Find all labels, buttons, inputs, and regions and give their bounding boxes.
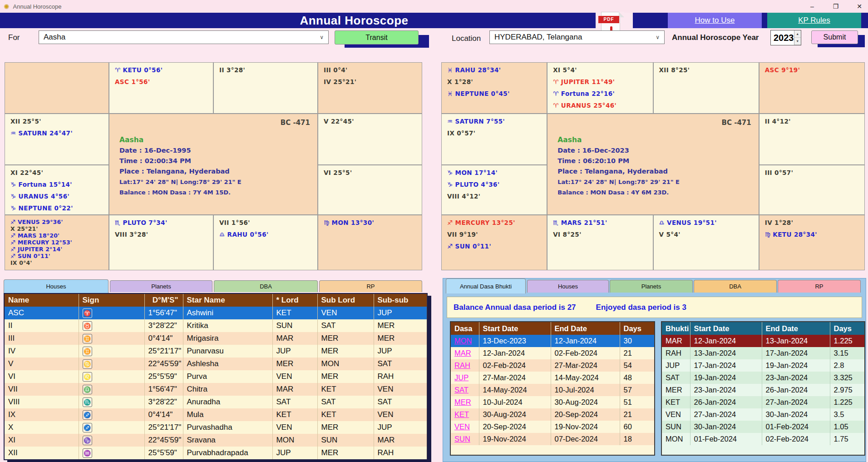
table-row[interactable]: VEN27-Jan-202430-Jan-20243.5 [662, 408, 865, 421]
table-row[interactable]: III♊0°4'14"MrigasiraMARMERMER [5, 332, 427, 345]
tab-dba[interactable]: DBA [214, 280, 318, 292]
tab-dba-right[interactable]: DBA [694, 280, 777, 293]
table-row[interactable]: JUP27-Mar-202414-May-202448 [451, 372, 655, 384]
table-row[interactable]: RAH02-Feb-202427-Mar-202454 [451, 359, 655, 372]
table-row[interactable]: SUN19-Nov-202407-Dec-202418 [451, 433, 655, 445]
col-header: Start Date [479, 322, 551, 335]
table-row[interactable]: SAT14-May-202410-Jul-202457 [451, 384, 655, 396]
table-row[interactable]: VIII♏3°28'22"AnuradhaSATSATSAT [5, 396, 427, 408]
table-row[interactable]: VEN20-Sep-202419-Nov-202460 [451, 421, 655, 433]
cell-start: 13-Jan-2024 [690, 347, 762, 359]
table-row[interactable]: MON13-Dec-202312-Jan-202430 [451, 335, 655, 347]
cell-start: 14-May-2024 [479, 384, 551, 396]
table-row[interactable]: MAR12-Jan-202413-Jan-20241.225 [662, 335, 865, 347]
dasa-link[interactable]: MAR [454, 349, 471, 357]
table-row[interactable]: KET26-Jan-202427-Jan-20241.225 [662, 396, 865, 408]
table-row[interactable]: VII♎1°56'47"ChitraMARKETVEN [5, 383, 427, 396]
cell-days: 2.975 [830, 384, 865, 396]
table-row[interactable]: XI♑22°45'59"SravanaMONSUNMAR [5, 434, 427, 447]
year-value[interactable]: 2023 [771, 30, 794, 45]
cell-name: IV [5, 345, 79, 358]
table-row[interactable]: IX♐0°4'14"MulaKETKETVEN [5, 408, 427, 421]
maximize-icon[interactable]: ❐ [832, 3, 840, 10]
tab-rp-right[interactable]: RP [778, 280, 861, 293]
cell-days: 1.225 [830, 335, 865, 347]
cell-start: 12-Jan-2024 [690, 335, 762, 347]
dasa-link[interactable]: VEN [454, 422, 470, 431]
table-row[interactable]: MON01-Feb-202402-Feb-20241.75 [662, 433, 865, 445]
person-select[interactable]: Aasha ∨ [39, 30, 329, 44]
dasa-link[interactable]: JUP [454, 373, 469, 382]
kp-rules-link[interactable]: KP Rules [767, 13, 861, 28]
tab-annual-dasa-bhukti[interactable]: Annual Dasa Bhukti [446, 278, 526, 293]
table-row[interactable]: KET30-Aug-202420-Sep-202421 [451, 408, 655, 421]
table-row[interactable]: II♉3°28'22"KritikaSUNSATMER [5, 319, 427, 332]
cell-bhukti: VEN [662, 408, 690, 421]
table-row[interactable]: SAT19-Jan-202423-Jan-20243.325 [662, 372, 865, 384]
table-row[interactable]: MER23-Jan-202426-Jan-20242.975 [662, 384, 865, 396]
cell-start: 19-Jan-2024 [690, 372, 762, 384]
cell-start: 30-Jan-2024 [690, 421, 762, 433]
col-header: Dasa [451, 322, 479, 335]
table-row[interactable]: JUP17-Jan-202419-Jan-20242.8 [662, 359, 865, 372]
cell-sign: ♋ [79, 358, 144, 370]
tab-houses[interactable]: Houses [4, 279, 108, 293]
minimize-icon[interactable]: – [808, 3, 816, 10]
location-select[interactable]: HYDERABAD, Telangana ∨ [489, 30, 665, 44]
chart-line: XII 25°5' [10, 117, 106, 126]
cell-end: 12-Jan-2024 [551, 335, 620, 347]
dasa-link[interactable]: SUN [454, 435, 470, 443]
balance-note: Balance Annual dasa period is 27 [454, 303, 576, 312]
table-row[interactable]: VI♌25°5'59"PurvaVENMERRAH [5, 370, 427, 383]
cell-sub: MER [317, 345, 374, 358]
table-row[interactable]: V♋22°45'59"AshleshaMERMONSAT [5, 358, 427, 370]
tab-houses-right[interactable]: Houses [527, 280, 609, 293]
table-row[interactable]: IV♊25°21'17"PunarvasuJUPMERJUP [5, 345, 427, 358]
cell-start: 27-Mar-2024 [479, 372, 551, 384]
year-label: Annual Horoscope Year [672, 33, 759, 42]
table-row[interactable]: SUN30-Jan-202401-Feb-20241.05 [662, 421, 865, 433]
cell-bhukti: SAT [662, 372, 690, 384]
cell-name: ASC [5, 307, 79, 319]
transit-button[interactable]: Transit [335, 30, 419, 45]
cell-start: 01-Feb-2024 [690, 433, 762, 445]
native-name: Aasha [557, 135, 759, 145]
spin-down-icon[interactable]: ▼ [794, 38, 801, 45]
dasa-link[interactable]: SAT [454, 386, 469, 394]
submit-button[interactable]: Submit [811, 30, 858, 44]
cell-sub: MON [317, 358, 374, 370]
tab-planets[interactable]: Planets [110, 280, 212, 292]
cell-sub: SUN [317, 434, 374, 447]
table-row[interactable]: MER10-Jul-202430-Aug-202451 [451, 396, 655, 408]
cell-lord: SUN [272, 319, 317, 332]
cell-name: II [5, 319, 79, 332]
birth-chart-cell-asc: ♈ KETU 0°56' ASC 1°56' [109, 62, 213, 114]
cell-sign: ♊ [79, 345, 144, 358]
enjoyed-note: Enjoyed dasa period is 3 [596, 303, 686, 312]
cell-star: Ashwini [183, 307, 272, 319]
tab-rp[interactable]: RP [319, 280, 422, 292]
cell-star: Mrigasira [183, 332, 272, 345]
col-header: Bhukti [662, 322, 690, 335]
annual-chart-cell-h6: ♏ MARS 21°51' VI 8°25' [547, 215, 653, 270]
dasa-link[interactable]: MER [454, 398, 471, 406]
close-icon[interactable]: ✕ [855, 3, 863, 10]
chart-line: ♍ MON 13°30' [324, 219, 419, 227]
how-to-use-link[interactable]: How to Use [668, 13, 762, 28]
dasa-link[interactable]: MON [454, 337, 472, 345]
birth-chart-cell-empty [5, 62, 109, 114]
table-row[interactable]: MAR12-Jan-202402-Feb-202421 [451, 347, 655, 359]
dasa-link[interactable]: RAH [454, 361, 470, 369]
table-row[interactable]: ASC♈1°56'47"AshwiniKETVENJUP [5, 307, 427, 319]
table-row[interactable]: XII♒25°5'59"PurvabhadrapadaJUPMERRAH [5, 447, 427, 459]
spin-up-icon[interactable]: ▲ [794, 30, 801, 38]
cell-days: 21 [620, 408, 655, 421]
cell-name: XII [5, 447, 79, 459]
tab-planets-right[interactable]: Planets [610, 280, 693, 293]
cell-sign: ♌ [79, 370, 144, 383]
table-row[interactable]: RAH13-Jan-202417-Jan-20243.15 [662, 347, 865, 359]
table-row[interactable]: X♐25°21'17"PurvashadhaVENMERJUP [5, 421, 427, 434]
birth-chart-cell-h3-h4: III 0°4' IV 25°21' [318, 62, 422, 114]
dasa-link[interactable]: KET [454, 410, 469, 418]
cell-subsub: VEN [374, 408, 427, 421]
